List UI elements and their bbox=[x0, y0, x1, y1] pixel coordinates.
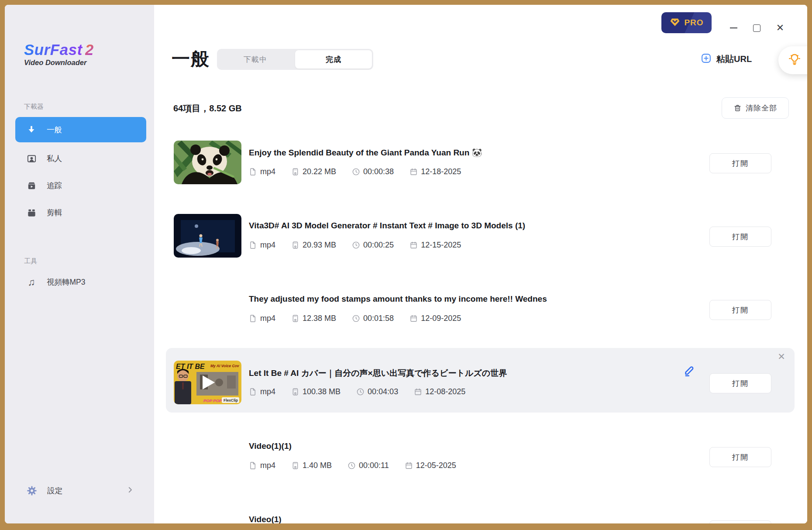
download-row[interactable]: Enjoy the Splendid Beauty of the Giant P… bbox=[166, 128, 795, 193]
open-button[interactable]: 打開 bbox=[709, 153, 771, 173]
file-icon bbox=[249, 314, 257, 323]
calendar-icon bbox=[405, 461, 413, 470]
download-row[interactable]: Video(1) 打開 bbox=[166, 495, 795, 523]
format-block: mp4 bbox=[249, 387, 275, 396]
clear-all-button[interactable]: 清除全部 bbox=[722, 97, 789, 119]
close-button[interactable]: ✕ bbox=[774, 22, 786, 34]
open-button[interactable]: 打開 bbox=[709, 373, 771, 393]
download-row[interactable]: They adjusted my food stamps amount than… bbox=[166, 275, 795, 339]
file-icon bbox=[249, 168, 257, 176]
sidebar-item-tracker[interactable]: 追踪 bbox=[15, 173, 146, 198]
sidebar-item-general[interactable]: 一般 bbox=[15, 117, 146, 142]
storage-icon bbox=[291, 241, 299, 249]
pro-gem-icon bbox=[669, 16, 681, 29]
video-meta: mp4 1.40 MB 00:00:11 12-05-2025 bbox=[249, 461, 456, 470]
maximize-button[interactable] bbox=[751, 22, 762, 34]
svg-text:My AI Voice Cov: My AI Voice Cov bbox=[210, 364, 240, 368]
date-block: 12-18-2025 bbox=[409, 167, 461, 176]
calendar-icon bbox=[414, 388, 422, 396]
clear-all-label: 清除全部 bbox=[746, 103, 777, 113]
clock-icon bbox=[356, 388, 365, 396]
clock-icon bbox=[352, 168, 360, 176]
gear-icon bbox=[26, 485, 38, 496]
date-block: 12-08-2025 bbox=[414, 387, 465, 396]
app-window: SurFast2 Video Downloader 下載器 一般 私人 bbox=[5, 5, 807, 523]
format-block: mp4 bbox=[249, 314, 275, 323]
logo-title: SurFast bbox=[24, 41, 83, 58]
sidebar-item-settings[interactable]: 設定 bbox=[15, 478, 146, 503]
section-label-tools: 工具 bbox=[24, 257, 37, 265]
tracker-icon bbox=[26, 180, 37, 191]
chevron-right-icon bbox=[126, 486, 134, 496]
video-thumbnail: ET IT BE My AI Voice Cov POP POP FlexCli… bbox=[174, 361, 241, 404]
video-title: Video(1)(1) bbox=[249, 441, 292, 451]
duration-block: 00:00:25 bbox=[352, 241, 394, 250]
clock-icon bbox=[352, 241, 360, 249]
open-button[interactable]: 打開 bbox=[709, 447, 771, 467]
video-meta: mp4 20.22 MB 00:00:38 12-18-2025 bbox=[249, 167, 461, 176]
file-icon bbox=[249, 388, 257, 396]
window-frame: SurFast2 Video Downloader 下載器 一般 私人 bbox=[0, 0, 812, 530]
open-button[interactable]: 打開 bbox=[709, 520, 771, 523]
calendar-icon bbox=[409, 241, 418, 249]
format-block: mp4 bbox=[249, 461, 275, 470]
plus-square-icon bbox=[701, 53, 712, 65]
tips-pill[interactable] bbox=[778, 46, 807, 74]
pro-badge[interactable]: PRO bbox=[661, 12, 712, 33]
format-block: mp4 bbox=[249, 241, 275, 250]
video-title: Video(1) bbox=[249, 515, 282, 523]
calendar-icon bbox=[409, 168, 418, 176]
file-icon bbox=[249, 241, 257, 249]
video-title: Enjoy the Splendid Beauty of the Giant P… bbox=[249, 148, 482, 158]
size-block: 12.38 MB bbox=[291, 314, 336, 323]
storage-icon bbox=[291, 314, 299, 323]
edit-icon[interactable] bbox=[683, 365, 695, 377]
svg-text:POP POP: POP POP bbox=[203, 398, 222, 403]
clips-icon bbox=[26, 207, 37, 218]
video-title: Vita3D# AI 3D Model Generator # Instant … bbox=[249, 221, 525, 231]
row-close-icon[interactable]: ✕ bbox=[776, 351, 787, 362]
duration-block: 00:01:58 bbox=[352, 314, 394, 323]
download-row[interactable]: Video(1)(1) mp4 1.40 MB 00:00:11 12-05-2… bbox=[166, 422, 795, 486]
video-thumbnail bbox=[174, 214, 241, 258]
sidebar: SurFast2 Video Downloader 下載器 一般 私人 bbox=[5, 5, 154, 523]
size-block: 1.40 MB bbox=[291, 461, 332, 470]
paste-url-button[interactable]: 粘貼URL bbox=[701, 53, 752, 65]
paste-url-label: 粘貼URL bbox=[716, 53, 752, 65]
size-block: 20.93 MB bbox=[291, 241, 336, 250]
calendar-icon bbox=[409, 314, 418, 323]
size-block: 20.22 MB bbox=[291, 167, 336, 176]
duration-block: 00:04:03 bbox=[356, 387, 398, 396]
video-meta: mp4 12.38 MB 00:01:58 12-09-2025 bbox=[249, 314, 461, 323]
sidebar-item-private[interactable]: 私人 bbox=[15, 146, 146, 171]
trash-icon bbox=[733, 104, 742, 112]
download-row[interactable]: ET IT BE My AI Voice Cov POP POP FlexCli… bbox=[166, 348, 795, 413]
tab-downloading[interactable]: 下載中 bbox=[217, 49, 294, 70]
app-logo: SurFast2 Video Downloader bbox=[24, 41, 94, 67]
sidebar-item-clips[interactable]: 剪輯 bbox=[15, 200, 146, 225]
duration-block: 00:00:11 bbox=[348, 461, 389, 470]
file-icon bbox=[249, 461, 257, 470]
tab-completed[interactable]: 完成 bbox=[295, 50, 372, 69]
download-row[interactable]: Vita3D# AI 3D Model Generator # Instant … bbox=[166, 201, 795, 266]
minimize-button[interactable] bbox=[728, 22, 739, 34]
sidebar-item-label: 設定 bbox=[47, 485, 62, 496]
video-title: They adjusted my food stamps amount than… bbox=[249, 294, 547, 304]
duration-block: 00:00:38 bbox=[352, 167, 394, 176]
video-thumbnail bbox=[174, 141, 241, 184]
open-button[interactable]: 打開 bbox=[709, 300, 771, 320]
date-block: 12-05-2025 bbox=[405, 461, 456, 470]
music-note-icon: ♫ bbox=[26, 277, 37, 287]
sidebar-item-video-to-mp3[interactable]: ♫ 視頻轉MP3 bbox=[15, 269, 146, 295]
svg-text:ET IT BE: ET IT BE bbox=[176, 363, 205, 370]
logo-subtitle: Video Downloader bbox=[24, 59, 94, 67]
items-summary: 64項目，8.52 GB bbox=[173, 103, 242, 114]
logo-version: 2 bbox=[85, 41, 94, 58]
sidebar-item-label: 一般 bbox=[47, 124, 62, 135]
video-meta: mp4 20.93 MB 00:00:25 12-15-2025 bbox=[249, 241, 461, 250]
lightbulb-icon bbox=[788, 53, 801, 68]
page-title: 一般 bbox=[172, 47, 210, 71]
storage-icon bbox=[291, 461, 299, 470]
open-button[interactable]: 打開 bbox=[709, 227, 771, 247]
sidebar-item-label: 追踪 bbox=[47, 180, 62, 191]
